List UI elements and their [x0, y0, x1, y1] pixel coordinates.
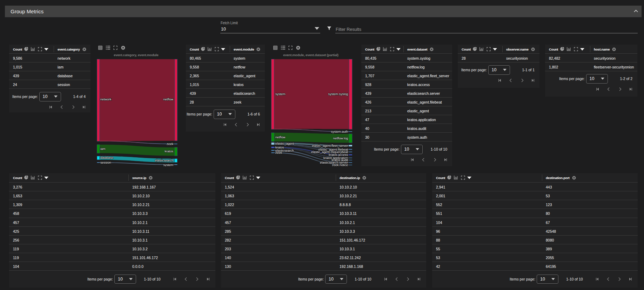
- svg-text:zeek: zeek: [275, 151, 282, 154]
- svg-text:netflow: netflow: [275, 136, 286, 139]
- svg-text:network: network: [100, 98, 112, 101]
- svg-text:elastic_agent.fleet_server: elastic_agent.fleet_server: [312, 144, 348, 147]
- svg-text:system: system: [275, 92, 286, 96]
- svg-text:system.syslog: system.syslog: [328, 92, 348, 96]
- svg-text:session: session: [100, 161, 111, 164]
- svg-text:netflow.log: netflow.log: [333, 137, 348, 140]
- svg-text:database: database: [100, 156, 113, 159]
- svg-text:iam: iam: [100, 147, 106, 151]
- svg-text:system: system: [163, 163, 173, 166]
- svg-text:system.auth: system.auth: [331, 130, 348, 133]
- svg-text:kratos: kratos: [165, 150, 173, 153]
- svg-text:zeek: zeek: [167, 142, 174, 146]
- svg-text:zeek.notice: zeek.notice: [332, 163, 348, 166]
- svg-text:netflow: netflow: [163, 98, 173, 101]
- svg-text:elasticsearch: elasticsearch: [155, 159, 173, 162]
- svg-text:elastic_agent: elastic_agent: [275, 142, 294, 145]
